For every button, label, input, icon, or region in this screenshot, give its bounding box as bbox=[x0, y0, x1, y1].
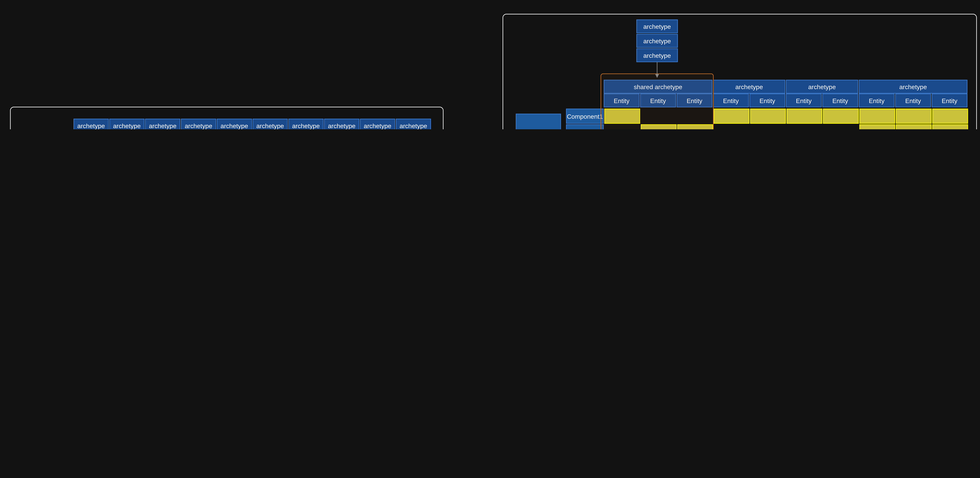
header-cell: archetype bbox=[786, 80, 858, 94]
data-cell bbox=[604, 108, 640, 124]
header-cell: archetype bbox=[288, 119, 323, 129]
header-cell: archetype bbox=[324, 119, 359, 129]
group1-table: shared archetypearchetypearchetypearchet… bbox=[604, 80, 967, 107]
header-cell: archetype bbox=[73, 119, 108, 129]
data-cell bbox=[932, 108, 968, 124]
data-cell bbox=[677, 124, 713, 129]
header-cell: Entity bbox=[822, 94, 858, 108]
data-cell bbox=[932, 124, 968, 129]
header-cell: archetype bbox=[145, 119, 180, 129]
header-cell: archetype bbox=[360, 119, 395, 129]
data-cell bbox=[750, 108, 786, 124]
header-cell: Entity bbox=[676, 94, 713, 108]
header-cell: archetype bbox=[109, 119, 145, 129]
data-cell bbox=[641, 124, 676, 129]
right-panel: archetypearchetypearchetype Group1 share… bbox=[503, 14, 977, 129]
header-cell: archetype bbox=[636, 19, 678, 33]
header-cell: Entity bbox=[932, 94, 967, 108]
header-cell: archetype bbox=[636, 48, 678, 62]
data-cell bbox=[859, 108, 895, 124]
group1-body: Component1Component2Component3Component4 bbox=[566, 108, 968, 129]
data-cell bbox=[896, 108, 932, 124]
header-cell: archetype bbox=[713, 80, 785, 94]
data-cell bbox=[823, 124, 859, 129]
label-cell: Component2 bbox=[566, 124, 604, 129]
data-cell bbox=[896, 124, 932, 129]
label-cell: Component1 bbox=[566, 108, 604, 124]
data-cell bbox=[786, 124, 822, 129]
data-cell bbox=[714, 124, 749, 129]
header-cell: Entity bbox=[713, 94, 749, 108]
data-cell bbox=[750, 124, 786, 129]
header-cell: archetype bbox=[636, 34, 678, 48]
header-cell: Entity bbox=[749, 94, 785, 108]
header-cell: archetype bbox=[253, 119, 288, 129]
data-cell bbox=[604, 124, 640, 129]
header-cell: Entity bbox=[895, 94, 931, 108]
header-cell: Entity bbox=[640, 94, 676, 108]
header-cell: archetype bbox=[217, 119, 252, 129]
data-cell bbox=[823, 108, 859, 124]
header-cell: archetype bbox=[396, 119, 431, 129]
data-cell bbox=[786, 108, 822, 124]
data-cell bbox=[714, 108, 749, 124]
group1-label: Group1 bbox=[515, 114, 561, 129]
archetype-stack: archetypearchetypearchetype bbox=[636, 19, 678, 62]
header-cell: shared archetype bbox=[604, 80, 712, 94]
data-cell bbox=[641, 108, 676, 124]
left-header: archetypearchetypearchetypearchetypearch… bbox=[73, 119, 431, 129]
header-cell: archetype bbox=[859, 80, 967, 94]
data-cell bbox=[859, 124, 895, 129]
header-cell: archetype bbox=[181, 119, 216, 129]
header-cell: Entity bbox=[859, 94, 894, 108]
header-cell: Entity bbox=[786, 94, 822, 108]
data-cell bbox=[677, 108, 713, 124]
header-cell: Entity bbox=[604, 94, 640, 108]
left-panel: archetypearchetypearchetypearchetypearch… bbox=[10, 107, 444, 129]
